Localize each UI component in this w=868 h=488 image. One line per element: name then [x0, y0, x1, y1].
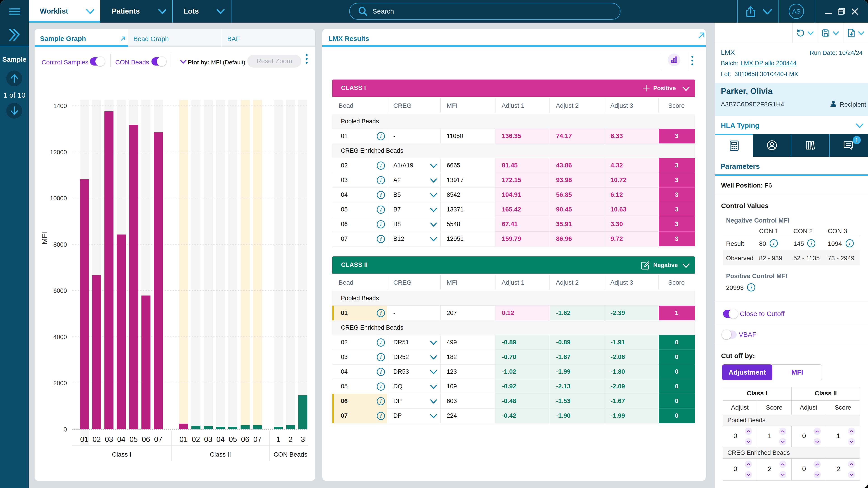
svg-text:06: 06 [142, 435, 150, 444]
svg-text:2000: 2000 [53, 380, 67, 387]
svg-text:1: 1 [276, 435, 280, 444]
svg-text:05: 05 [129, 435, 138, 444]
svg-text:i: i [380, 177, 382, 183]
svg-text:i: i [380, 339, 382, 346]
svg-text:i: i [750, 285, 752, 290]
svg-text:MFI: MFI [40, 232, 49, 244]
svg-text:4000: 4000 [53, 334, 67, 340]
svg-text:07: 07 [253, 435, 262, 444]
svg-text:Class I: Class I [112, 451, 131, 458]
svg-text:CON Beads: CON Beads [274, 451, 307, 458]
svg-text:i: i [380, 236, 382, 242]
svg-text:i: i [773, 240, 775, 246]
svg-text:03: 03 [105, 435, 113, 444]
svg-text:04: 04 [216, 435, 225, 444]
svg-text:1400: 1400 [53, 103, 67, 109]
svg-text:i: i [380, 310, 382, 316]
svg-text:6000: 6000 [53, 287, 67, 294]
svg-text:i: i [849, 240, 850, 246]
svg-text:06: 06 [241, 435, 249, 444]
svg-text:i: i [380, 413, 382, 419]
svg-text:i: i [380, 354, 382, 360]
svg-text:8000: 8000 [53, 241, 67, 248]
svg-text:i: i [380, 221, 382, 227]
svg-text:01: 01 [80, 435, 89, 444]
svg-text:i: i [380, 398, 382, 404]
svg-text:2: 2 [288, 435, 292, 444]
svg-text:01: 01 [180, 435, 188, 444]
svg-text:02: 02 [192, 435, 200, 444]
svg-text:3: 3 [301, 435, 305, 444]
svg-text:12000: 12000 [50, 149, 67, 156]
svg-text:i: i [380, 384, 382, 390]
svg-text:i: i [380, 192, 382, 198]
svg-text:03: 03 [204, 435, 213, 444]
svg-text:05: 05 [229, 435, 237, 444]
svg-text:02: 02 [92, 435, 101, 444]
svg-text:10000: 10000 [50, 195, 67, 202]
svg-text:i: i [380, 163, 382, 168]
svg-text:i: i [380, 369, 382, 375]
svg-text:i: i [380, 207, 382, 213]
svg-text:04: 04 [117, 435, 125, 444]
svg-text:i: i [811, 240, 812, 246]
svg-text:07: 07 [154, 435, 162, 444]
svg-text:i: i [380, 133, 382, 139]
svg-text:0: 0 [64, 426, 67, 433]
svg-text:Class II: Class II [210, 451, 231, 458]
